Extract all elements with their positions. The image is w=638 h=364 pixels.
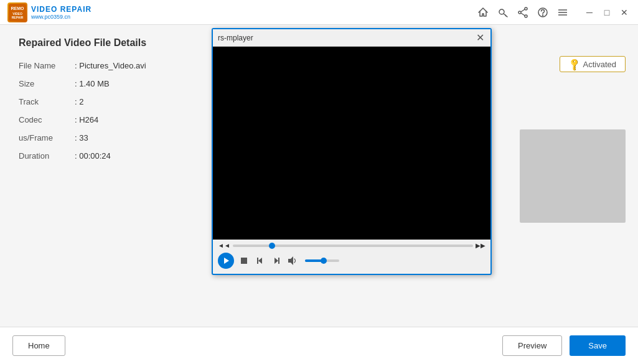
app-logo: REMO VIDEO REPAIR VIDEO REPAIR www.pc035… <box>7 2 91 22</box>
volume-icon[interactable] <box>286 254 299 267</box>
share-icon[interactable] <box>517 7 528 18</box>
detail-row: File Name : Pictures_Video.avi <box>19 61 193 70</box>
mplayer-controls <box>213 250 490 274</box>
svg-point-7 <box>518 11 521 14</box>
logo-icon: REMO VIDEO REPAIR <box>7 2 27 22</box>
logo-title: VIDEO REPAIR <box>31 5 91 14</box>
svg-marker-13 <box>224 258 229 264</box>
window-controls: ─ □ ✕ <box>583 6 631 19</box>
right-buttons: Preview Save <box>502 335 626 356</box>
close-button[interactable]: ✕ <box>618 6 631 19</box>
activated-button[interactable]: 🔑 Activated <box>560 56 626 72</box>
detail-row: Track : 2 <box>19 97 193 106</box>
mplayer-popup: rs-mplayer ✕ ◄◄ ▶▶ <box>212 28 492 275</box>
prev-button[interactable] <box>254 254 266 267</box>
seek-thumb <box>269 243 275 249</box>
seek-rewind-icon: ◄◄ <box>218 242 230 249</box>
detail-label: File Name <box>19 61 75 70</box>
left-panel: Repaired Video File Details File Name : … <box>0 25 212 327</box>
detail-row: Size : 1.40 MB <box>19 79 193 88</box>
seek-forward-icon: ▶▶ <box>476 242 486 249</box>
key-icon[interactable] <box>497 7 509 18</box>
svg-text:REMO: REMO <box>11 6 25 11</box>
title-bar-actions: ─ □ ✕ <box>477 6 631 19</box>
stop-button[interactable] <box>238 254 250 267</box>
svg-point-9 <box>543 15 543 16</box>
mplayer-title: rs-mplayer <box>218 34 474 42</box>
detail-value: : 2 <box>75 97 83 106</box>
menu-icon[interactable] <box>557 7 568 18</box>
detail-rows: File Name : Pictures_Video.avi Size : 1.… <box>19 61 193 161</box>
detail-label: Track <box>19 97 75 106</box>
seek-track[interactable] <box>233 245 473 247</box>
help-icon[interactable] <box>537 7 548 18</box>
svg-marker-19 <box>288 256 293 265</box>
svg-rect-14 <box>241 258 247 264</box>
svg-marker-15 <box>258 258 262 264</box>
detail-row: Duration : 00:00:24 <box>19 151 193 161</box>
mplayer-titlebar: rs-mplayer ✕ <box>213 29 490 47</box>
title-bar: REMO VIDEO REPAIR VIDEO REPAIR www.pc035… <box>0 0 638 25</box>
svg-point-5 <box>525 7 527 10</box>
detail-label: Size <box>19 79 75 88</box>
detail-value: : H264 <box>75 115 98 124</box>
svg-point-6 <box>525 15 527 17</box>
section-title: Repaired Video File Details <box>19 37 193 49</box>
svg-rect-18 <box>278 258 279 264</box>
next-button[interactable] <box>270 254 283 267</box>
svg-rect-16 <box>257 258 258 264</box>
logo-text: VIDEO REPAIR www.pc0359.cn <box>31 5 91 20</box>
mplayer-close-button[interactable]: ✕ <box>474 32 486 44</box>
detail-value: : Pictures_Video.avi <box>75 61 146 70</box>
video-thumbnail <box>520 129 626 223</box>
play-button[interactable] <box>218 253 234 269</box>
logo-subtitle: www.pc0359.cn <box>31 14 91 20</box>
detail-value: : 1.40 MB <box>75 79 110 88</box>
home-icon[interactable] <box>477 7 489 18</box>
detail-label: us/Frame <box>19 133 75 142</box>
maximize-button[interactable]: □ <box>601 6 613 19</box>
svg-text:REPAIR: REPAIR <box>12 16 24 19</box>
detail-label: Codec <box>19 115 75 124</box>
preview-button[interactable]: Preview <box>502 335 562 356</box>
minimize-button[interactable]: ─ <box>583 6 596 19</box>
home-button[interactable]: Home <box>12 335 65 356</box>
detail-value: : 33 <box>75 133 88 142</box>
mplayer-video <box>213 47 490 240</box>
volume-thumb <box>321 258 327 264</box>
detail-label: Duration <box>19 151 75 161</box>
detail-row: us/Frame : 33 <box>19 133 193 142</box>
key-small-icon: 🔑 <box>566 57 581 71</box>
bottom-bar: Home Preview Save <box>0 327 638 364</box>
activated-label: Activated <box>583 60 616 69</box>
detail-row: Codec : H264 <box>19 115 193 124</box>
svg-marker-17 <box>274 258 278 264</box>
mplayer-seekbar: ◄◄ ▶▶ <box>213 240 490 250</box>
detail-value: : 00:00:24 <box>75 151 111 161</box>
volume-track[interactable] <box>305 259 339 262</box>
save-button[interactable]: Save <box>570 335 626 356</box>
